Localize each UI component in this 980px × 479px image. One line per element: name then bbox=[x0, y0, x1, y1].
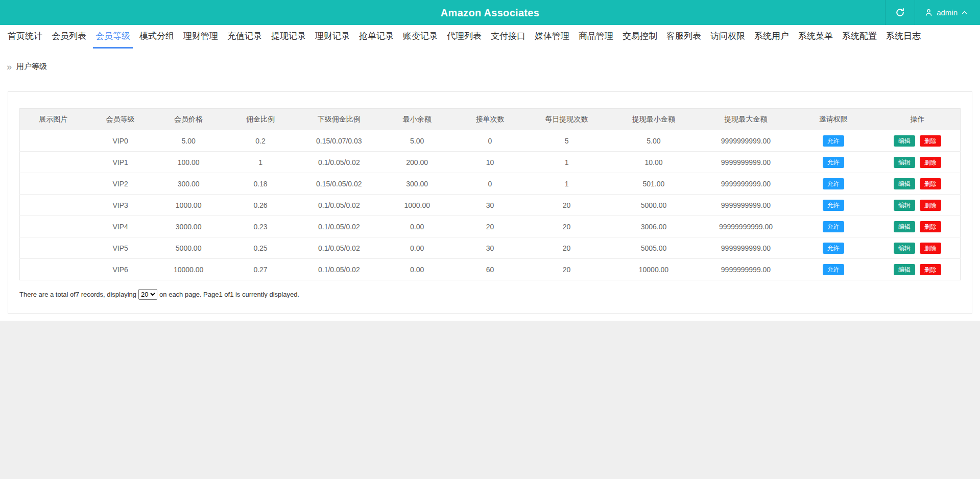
breadcrumb: » 用户等级 bbox=[0, 49, 980, 78]
delete-button[interactable]: 删除 bbox=[920, 135, 941, 147]
cell-commission: 0.26 bbox=[223, 195, 298, 216]
nav-item[interactable]: 访问权限 bbox=[708, 25, 748, 49]
cell-order-count: 60 bbox=[454, 259, 525, 280]
cell-max-withdrawal: 99999999999.00 bbox=[700, 216, 792, 237]
cell-commission: 1 bbox=[223, 152, 298, 173]
cell-max-withdrawal: 9999999999.00 bbox=[700, 195, 792, 216]
delete-button[interactable]: 删除 bbox=[920, 157, 941, 168]
cell-order-count: 0 bbox=[454, 130, 525, 152]
nav-item[interactable]: 系统用户 bbox=[752, 25, 792, 49]
cell-min-balance: 0.00 bbox=[380, 237, 455, 259]
nav-item[interactable]: 首页统计 bbox=[5, 25, 45, 49]
cell-invite-permission: 允许 bbox=[792, 195, 875, 216]
cell-level: VIP5 bbox=[86, 237, 154, 259]
cell-price: 1000.00 bbox=[154, 195, 223, 216]
delete-button[interactable]: 删除 bbox=[920, 243, 941, 254]
allow-button[interactable]: 允许 bbox=[823, 178, 844, 189]
refresh-icon bbox=[895, 8, 905, 17]
user-menu[interactable]: admin bbox=[915, 0, 980, 25]
cell-daily-withdrawals: 20 bbox=[525, 216, 607, 237]
cell-min-withdrawal: 10.00 bbox=[608, 152, 700, 173]
nav-item[interactable]: 系统菜单 bbox=[796, 25, 835, 49]
table-header-row: 展示图片 会员等级 会员价格 佣金比例 下级佣金比例 最小余额 接单次数 每日提… bbox=[20, 109, 961, 130]
cell-min-balance: 1000.00 bbox=[380, 195, 455, 216]
cell-order-count: 0 bbox=[454, 173, 525, 195]
page-size-select[interactable]: 20 bbox=[138, 289, 157, 300]
delete-button[interactable]: 删除 bbox=[920, 178, 941, 189]
cell-price: 10000.00 bbox=[154, 259, 223, 280]
header-actions: admin bbox=[885, 0, 980, 25]
cell-daily-withdrawals: 1 bbox=[525, 173, 607, 195]
nav-item[interactable]: 充值记录 bbox=[225, 25, 265, 49]
nav-item[interactable]: 媒体管理 bbox=[532, 25, 572, 49]
allow-button[interactable]: 允许 bbox=[823, 200, 844, 211]
nav-item[interactable]: 提现记录 bbox=[269, 25, 308, 49]
allow-button[interactable]: 允许 bbox=[823, 264, 844, 275]
cell-sub-commission: 0.1/0.05/0.02 bbox=[298, 195, 380, 216]
refresh-button[interactable] bbox=[885, 0, 915, 25]
cell-image bbox=[20, 173, 87, 195]
allow-button[interactable]: 允许 bbox=[823, 157, 844, 168]
cell-level: VIP6 bbox=[86, 259, 154, 280]
allow-button[interactable]: 允许 bbox=[823, 221, 844, 232]
user-icon bbox=[924, 8, 933, 17]
cell-sub-commission: 0.15/0.05/0.02 bbox=[298, 173, 380, 195]
column-header: 佣金比例 bbox=[223, 109, 298, 130]
cell-image bbox=[20, 259, 87, 280]
cell-price: 3000.00 bbox=[154, 216, 223, 237]
edit-button[interactable]: 编辑 bbox=[894, 157, 915, 168]
cell-max-withdrawal: 9999999999.00 bbox=[700, 259, 792, 280]
edit-button[interactable]: 编辑 bbox=[894, 200, 915, 211]
cell-invite-permission: 允许 bbox=[792, 259, 875, 280]
cell-daily-withdrawals: 1 bbox=[525, 152, 607, 173]
nav-item[interactable]: 商品管理 bbox=[576, 25, 616, 49]
edit-button[interactable]: 编辑 bbox=[894, 178, 915, 189]
column-header: 提现最大金额 bbox=[700, 109, 792, 130]
edit-button[interactable]: 编辑 bbox=[894, 264, 915, 275]
delete-button[interactable]: 删除 bbox=[920, 264, 941, 275]
app-header: Amazon Associates admin bbox=[0, 0, 980, 25]
cell-daily-withdrawals: 20 bbox=[525, 195, 607, 216]
allow-button[interactable]: 允许 bbox=[823, 135, 844, 147]
cell-daily-withdrawals: 5 bbox=[525, 130, 607, 152]
cell-order-count: 20 bbox=[454, 216, 525, 237]
nav-item[interactable]: 支付接口 bbox=[488, 25, 528, 49]
nav-item[interactable]: 账变记录 bbox=[400, 25, 440, 49]
cell-sub-commission: 0.1/0.05/0.02 bbox=[298, 152, 380, 173]
cell-commission: 0.2 bbox=[223, 130, 298, 152]
nav-item[interactable]: 抢单记录 bbox=[356, 25, 396, 49]
nav-item[interactable]: 会员列表 bbox=[49, 25, 89, 49]
cell-daily-withdrawals: 20 bbox=[525, 259, 607, 280]
cell-min-withdrawal: 10000.00 bbox=[608, 259, 700, 280]
records-summary-before: There are a total of7 records, displayin… bbox=[19, 291, 136, 298]
column-header: 会员价格 bbox=[154, 109, 223, 130]
edit-button[interactable]: 编辑 bbox=[894, 135, 915, 147]
delete-button[interactable]: 删除 bbox=[920, 221, 941, 232]
table-row: VIP0 5.00 0.2 0.15/0.07/0.03 5.00 0 5 5.… bbox=[20, 130, 961, 152]
nav-item[interactable]: 交易控制 bbox=[620, 25, 660, 49]
nav-item[interactable]: 理财管理 bbox=[181, 25, 221, 49]
edit-button[interactable]: 编辑 bbox=[894, 221, 915, 232]
cell-min-withdrawal: 5.00 bbox=[608, 130, 700, 152]
column-header: 会员等级 bbox=[86, 109, 154, 130]
nav-item[interactable]: 模式分组 bbox=[137, 25, 177, 49]
column-header: 展示图片 bbox=[20, 109, 87, 130]
cell-actions: 编辑 删除 bbox=[875, 130, 961, 152]
cell-min-withdrawal: 3006.00 bbox=[608, 216, 700, 237]
cell-min-balance: 200.00 bbox=[380, 152, 455, 173]
nav-item[interactable]: 系统日志 bbox=[883, 25, 923, 49]
cell-min-balance: 0.00 bbox=[380, 259, 455, 280]
cell-actions: 编辑 删除 bbox=[875, 216, 961, 237]
cell-sub-commission: 0.1/0.05/0.02 bbox=[298, 237, 380, 259]
nav-item[interactable]: 客服列表 bbox=[664, 25, 704, 49]
nav-item[interactable]: 会员等级 bbox=[93, 25, 133, 49]
cell-daily-withdrawals: 20 bbox=[525, 237, 607, 259]
nav-item[interactable]: 代理列表 bbox=[444, 25, 484, 49]
nav-item[interactable]: 理财记录 bbox=[313, 25, 352, 49]
cell-invite-permission: 允许 bbox=[792, 152, 875, 173]
delete-button[interactable]: 删除 bbox=[920, 200, 941, 211]
nav-item[interactable]: 系统配置 bbox=[840, 25, 879, 49]
cell-actions: 编辑 删除 bbox=[875, 152, 961, 173]
edit-button[interactable]: 编辑 bbox=[894, 243, 915, 254]
allow-button[interactable]: 允许 bbox=[823, 243, 844, 254]
